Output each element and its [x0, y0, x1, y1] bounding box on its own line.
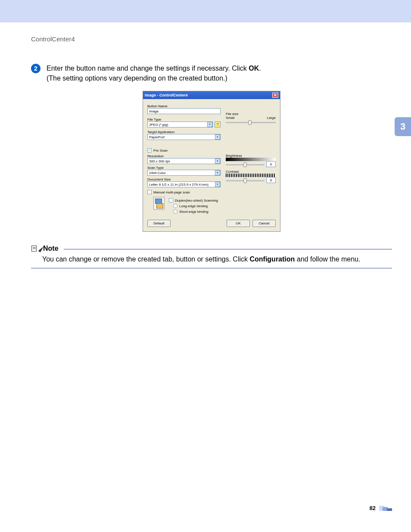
label-manual-multi: Manual multi-page scan — [153, 190, 190, 194]
label-prescan: Pre Scan — [153, 149, 168, 152]
duplex-icon — [153, 197, 165, 210]
note-body: You can change or remove the created tab… — [31, 254, 392, 264]
step-2: 2 Enter the button name and change the s… — [31, 63, 392, 83]
label-document-size: Document Size — [147, 177, 221, 181]
document-size-select[interactable]: Letter 8 1/2 x 11 in (215.9 x 279.4 mm) … — [147, 181, 221, 187]
label-target-app: Target Application — [147, 130, 221, 134]
close-icon[interactable]: ✕ — [272, 93, 278, 98]
note-body-config: Configuration — [249, 255, 295, 263]
duplex-checkbox[interactable] — [169, 198, 173, 202]
manual-multi-row: Manual multi-page scan — [147, 190, 221, 194]
label-long-edge: Long-edge binding — [179, 204, 208, 208]
scan-type-value: 24bit Color — [149, 171, 166, 175]
button-name-input[interactable]: Image — [147, 108, 221, 114]
label-contrast: Contrast — [226, 170, 276, 174]
step-number-badge: 2 — [31, 64, 40, 73]
label-file-type: File Type — [147, 118, 221, 121]
label-brightness: Brightness — [226, 154, 276, 158]
long-edge-row: Long-edge binding — [173, 204, 218, 208]
cancel-button[interactable]: Cancel — [252, 220, 276, 227]
filesize-small: Small — [226, 116, 234, 120]
dialog-button-row: Default OK Cancel — [147, 220, 276, 227]
file-type-select[interactable]: JPEG (*.jpg) ▾ — [147, 121, 213, 128]
label-resolution: Resolution — [147, 154, 221, 158]
label-scan-type: Scan Type — [147, 166, 221, 170]
dialog-body: Button Name Image File Type JPEG (*.jpg)… — [143, 99, 280, 231]
file-type-value: JPEG (*.jpg) — [149, 123, 168, 127]
note-header: Note — [31, 245, 392, 252]
duplex-row: Duplex(two-sided) Scanning — [169, 198, 218, 202]
dialog-titlebar: Image - ControlCenter4 ✕ — [143, 91, 280, 99]
chevron-down-icon: ▾ — [207, 122, 212, 127]
brightness-gradient — [226, 158, 276, 161]
label-short-edge: Short-edge binding — [179, 210, 209, 214]
default-button[interactable]: Default — [147, 220, 171, 227]
prescan-checkbox-row: ✓ Pre Scan — [147, 148, 221, 152]
long-edge-radio[interactable] — [173, 204, 177, 208]
ok-button[interactable]: OK — [227, 220, 250, 227]
document-size-value: Letter 8 1/2 x 11 in (215.9 x 279.4 mm) — [149, 183, 209, 187]
target-app-value: PaperPort — [149, 135, 165, 139]
top-banner — [0, 0, 411, 22]
chevron-down-icon: ▾ — [215, 170, 220, 175]
manual-multi-checkbox[interactable] — [147, 190, 152, 194]
step-line1-a: Enter the button name and change the set… — [47, 65, 249, 72]
controlcenter-dialog: Image - ControlCenter4 ✕ Button Name Ima… — [143, 91, 280, 232]
note-block: Note You can change or remove the create… — [31, 245, 392, 268]
scan-type-select[interactable]: 24bit Color ▾ — [147, 170, 221, 176]
page-footer: 82 — [31, 505, 392, 511]
note-rule-top — [64, 249, 392, 249]
filesize-large: Large — [267, 116, 276, 120]
label-duplex: Duplex(two-sided) Scanning — [175, 199, 218, 202]
contrast-slider[interactable] — [226, 180, 265, 181]
short-edge-row: Short-edge binding — [173, 209, 218, 214]
filesize-block: File size Small Large — [226, 112, 276, 123]
breadcrumb: ControlCenter4 — [31, 35, 392, 43]
label-button-name: Button Name — [147, 104, 221, 108]
resolution-select[interactable]: 300 x 300 dpi ▾ — [147, 158, 221, 164]
step-line1-ok: OK — [249, 65, 259, 72]
resolution-value: 300 x 300 dpi — [149, 159, 170, 163]
brightness-value[interactable]: 0 — [266, 161, 276, 167]
page-decoration-icon — [379, 506, 392, 511]
note-pencil-icon — [31, 245, 40, 252]
chapter-tab: 3 — [395, 117, 411, 136]
page-content: ControlCenter4 2 Enter the button name a… — [31, 35, 392, 268]
chevron-down-icon: ▾ — [215, 182, 220, 187]
chevron-down-icon: ▾ — [215, 159, 220, 164]
target-app-select[interactable]: PaperPort ▾ — [147, 134, 221, 140]
short-edge-radio[interactable] — [173, 209, 177, 214]
button-name-value: Image — [149, 109, 159, 113]
step-line1-c: . — [259, 65, 261, 72]
label-file-size: File size — [226, 112, 276, 116]
step-line2: (The setting options vary depending on t… — [47, 75, 227, 82]
contrast-value[interactable]: 0 — [266, 177, 276, 183]
filesize-slider[interactable] — [226, 122, 276, 123]
step-instruction: Enter the button name and change the set… — [47, 63, 261, 83]
chevron-down-icon: ▾ — [215, 134, 220, 140]
note-body-a: You can change or remove the created tab… — [42, 255, 249, 263]
contrast-gradient — [226, 174, 276, 177]
prescan-checkbox[interactable]: ✓ — [147, 148, 152, 152]
dialog-screenshot: Image - ControlCenter4 ✕ Button Name Ima… — [31, 91, 392, 232]
note-body-c: and follow the menu. — [295, 255, 360, 263]
note-rule-bottom — [31, 268, 392, 268]
page-number: 82 — [370, 505, 376, 511]
help-icon[interactable]: ? — [215, 121, 221, 128]
dialog-title: Image - ControlCenter4 — [145, 93, 188, 97]
brightness-slider[interactable] — [226, 164, 265, 165]
note-title: Note — [43, 245, 59, 252]
